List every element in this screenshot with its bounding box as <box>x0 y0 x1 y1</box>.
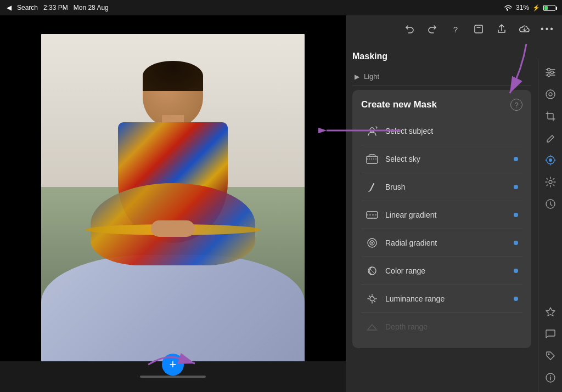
linear-gradient-icon <box>366 208 379 221</box>
luminance-range-option[interactable]: Luminance range <box>361 286 522 311</box>
brush-label: Brush <box>385 183 507 191</box>
radial-gradient-icon <box>366 236 379 249</box>
light-label: Light <box>364 72 379 81</box>
battery-icon <box>543 5 555 11</box>
info-icon-btn[interactable] <box>541 368 560 388</box>
select-sky-dot <box>514 157 518 161</box>
flag-button[interactable] <box>469 19 488 39</box>
photo-area: + <box>0 15 346 392</box>
depth-range-label: Depth range <box>385 322 518 331</box>
select-sky-option[interactable]: Select sky <box>361 146 522 172</box>
color-range-dot <box>514 269 518 273</box>
bolt-icon: ⚡ <box>532 4 540 12</box>
svg-point-22 <box>547 74 550 77</box>
back-arrow[interactable]: ◀ <box>7 4 12 12</box>
history-icon-btn[interactable] <box>541 194 560 214</box>
svg-line-15 <box>369 296 370 297</box>
svg-point-10 <box>370 297 374 301</box>
radial-gradient-dot <box>514 241 518 245</box>
radial-gradient-option[interactable]: Radial gradient <box>361 230 522 255</box>
help-button[interactable]: ? <box>446 19 465 39</box>
sliders-icon-btn[interactable] <box>541 63 560 82</box>
more-options-button[interactable]: ••• <box>538 19 558 39</box>
status-bar: ◀ Search 2:33 PM Mon 28 Aug 31% ⚡ <box>0 0 562 15</box>
linear-gradient-option[interactable]: Linear gradient <box>361 202 522 228</box>
mask-icon-btn[interactable] <box>541 150 560 170</box>
depth-range-icon <box>366 320 379 333</box>
light-chevron: ▶ <box>355 73 359 81</box>
arrow-to-plus <box>137 348 203 381</box>
photo-background <box>41 34 305 374</box>
status-right: 31% ⚡ <box>504 4 555 12</box>
redo-button[interactable] <box>423 19 442 39</box>
svg-rect-3 <box>367 156 378 163</box>
app-name: Search <box>17 4 38 12</box>
svg-point-20 <box>547 69 550 71</box>
svg-line-16 <box>374 301 375 302</box>
linear-gradient-label: Linear gradient <box>385 211 507 219</box>
luminance-range-label: Luminance range <box>385 294 507 303</box>
share-button[interactable] <box>492 19 512 39</box>
luminance-range-dot <box>514 297 518 301</box>
settings-icon-btn[interactable] <box>541 172 560 192</box>
arrow-to-mask-panel <box>493 38 537 104</box>
svg-point-26 <box>549 158 552 162</box>
color-range-label: Color range <box>385 266 507 275</box>
photo-container <box>41 34 305 374</box>
svg-point-21 <box>550 71 553 74</box>
mask-popup-title: Create new Mask <box>361 99 437 110</box>
svg-point-33 <box>548 354 549 355</box>
select-sky-icon <box>366 152 379 166</box>
battery-percent: 31% <box>516 4 529 12</box>
svg-point-24 <box>549 93 552 96</box>
date: Mon 28 Aug <box>74 4 109 12</box>
svg-point-8 <box>372 242 373 244</box>
svg-point-36 <box>550 376 551 377</box>
right-icons-sidebar <box>538 58 562 392</box>
star-icon-btn[interactable] <box>541 302 560 322</box>
svg-point-31 <box>549 180 552 184</box>
time: 2:33 PM <box>43 4 68 12</box>
select-sky-label: Select sky <box>385 155 507 163</box>
arrow-to-select-subject <box>318 120 406 141</box>
tag-icon-btn[interactable] <box>541 346 560 366</box>
svg-rect-1 <box>475 25 482 33</box>
radial-gradient-label: Radial gradient <box>385 238 507 247</box>
color-range-option[interactable]: Color range <box>361 258 522 283</box>
brush-option[interactable]: Brush <box>361 174 522 200</box>
depth-range-option: Depth range <box>361 314 522 339</box>
comment-icon-btn[interactable] <box>541 324 560 344</box>
wifi-icon <box>504 4 513 11</box>
svg-point-23 <box>546 90 555 99</box>
healing-icon-btn[interactable] <box>541 84 560 104</box>
luminance-range-icon <box>366 292 379 305</box>
brush-icon <box>366 180 379 194</box>
brush-dot <box>514 185 518 189</box>
pencil-icon-btn[interactable] <box>541 128 560 148</box>
color-range-icon <box>366 264 379 277</box>
crop-icon-btn[interactable] <box>541 106 560 126</box>
cloud-button[interactable] <box>515 19 535 39</box>
linear-gradient-dot <box>514 213 518 217</box>
undo-button[interactable] <box>400 19 419 39</box>
